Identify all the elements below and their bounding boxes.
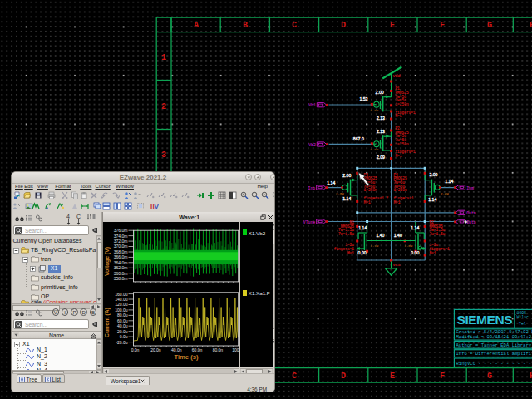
svg-text:0.0u: 0.0u [119,334,127,339]
svg-text:1.14: 1.14 [342,196,351,201]
svg-text:M=1: M=1 [429,251,436,255]
svg-text:Vb2: Vb2 [308,143,316,147]
svg-text:140.0u: 140.0u [115,296,128,301]
svg-text:0.0n: 0.0n [131,347,139,352]
svg-text:SIEMENS: SIEMENS [457,313,513,327]
svg-text:Wilsc: Wilsc [517,315,530,319]
svg-text:366.0m: 366.0m [113,254,127,259]
svg-text:1.1w: 1.1w [370,109,378,112]
svg-text:D: D [341,21,346,30]
svg-text:1.14: 1.14 [428,197,436,202]
svg-text:120.0u: 120.0u [115,302,128,307]
svg-text:1.40: 1.40 [376,233,384,238]
svg-text:80.0u: 80.0u [116,313,127,318]
svg-text:80.0n: 80.0n [212,347,223,352]
svg-text:376.0m: 376.0m [113,228,127,233]
svg-text:Inm: Inm [466,186,474,190]
svg-text:Info = Differential amplifi: Info = Differential amplifi [456,351,532,357]
svg-text:M=1: M=1 [395,114,401,118]
svg-text:1=250n: 1=250n [393,188,407,192]
svg-text:2.9w: 2.9w [441,192,449,195]
svg-text:2.00: 2.00 [342,173,351,178]
svg-text:G: G [487,372,492,381]
svg-text:Time (s): Time (s) [174,353,198,361]
svg-text:40.0u: 40.0u [116,323,127,328]
svg-text:374.0m: 374.0m [113,233,127,238]
svg-text:360.0m: 360.0m [113,270,127,275]
svg-text:F: F [440,21,445,30]
svg-text:E: E [390,372,395,381]
svg-text:M=1: M=1 [395,154,401,158]
svg-text:Tel: Tel [519,322,526,326]
svg-text:Vb1: Vb1 [308,103,316,107]
svg-text:1=250n: 1=250n [364,188,378,192]
svg-text:60.0u: 60.0u [116,318,127,323]
svg-text:V: V [155,203,160,210]
svg-text:G: G [487,21,492,30]
svg-text:362.0m: 362.0m [113,265,127,270]
svg-text:1.1w: 1.1w [370,148,378,151]
svg-text:1.14: 1.14 [358,225,367,230]
svg-text:Outp: Outp [466,220,476,224]
svg-text:20.0u: 20.0u [116,328,127,333]
svg-text:358.0m: 358.0m [113,276,127,281]
svg-text:-20.0u: -20.0u [116,339,127,344]
svg-text:7w=1.5u: 7w=1.5u [429,232,445,236]
svg-text:1=250n: 1=250n [395,102,409,106]
svg-text:0.00: 0.00 [411,250,419,255]
svg-text:2.00: 2.00 [429,172,437,177]
svg-text:60.0n: 60.0n [191,347,202,352]
svg-text:RingVCO - - - - - - - - - -: RingVCO - - - - - - - - - - [456,361,532,367]
svg-text:372.0m: 372.0m [113,239,127,244]
svg-text:F: F [440,372,445,381]
svg-text:368.0m: 368.0m [113,249,127,254]
svg-text:100.0n: 100.0n [232,347,239,352]
svg-text:1.14: 1.14 [411,225,419,230]
svg-text:2.00: 2.00 [376,90,384,95]
svg-text:370.0m: 370.0m [113,244,127,249]
svg-text:A: A [194,21,199,30]
svg-text:Modified = 03/15/21 09:47:2: Modified = 03/15/21 09:47:2 [456,334,532,340]
svg-text:VTune: VTune [303,220,316,224]
svg-text:Outm: Outm [466,211,476,215]
svg-text:C: C [292,372,297,381]
svg-text:1=250n: 1=250n [395,142,409,146]
svg-text:2.09: 2.09 [377,155,385,160]
svg-text:160.0u: 160.0u [115,291,128,296]
svg-text:B: B [243,21,248,30]
svg-text:2.3w: 2.3w [336,192,344,195]
svg-text:364.0m: 364.0m [113,259,127,264]
svg-text:3: 3 [161,150,166,160]
svg-text:Inp: Inp [308,186,316,190]
svg-text:2.13: 2.13 [377,129,385,134]
svg-text:vss: vss [393,263,401,268]
svg-text:C: C [292,21,297,30]
svg-text:M=1: M=1 [393,200,400,204]
svg-text:20.0n: 20.0n [150,347,161,352]
svg-text:M=1: M=1 [347,251,354,255]
svg-text:2: 2 [161,102,166,111]
svg-text:2.1w: 2.1w [371,244,379,248]
svg-text:2.13: 2.13 [377,116,385,121]
svg-text:1.53: 1.53 [359,96,367,101]
svg-text:7w=1.5u: 7w=1.5u [338,232,354,236]
svg-text:1.14: 1.14 [327,180,335,185]
svg-text:2.6w: 2.6w [405,244,413,248]
svg-text:1.14: 1.14 [445,179,453,184]
svg-text:E: E [390,21,395,30]
svg-text:vdd: vdd [393,74,401,79]
svg-text:8005: 8005 [517,311,527,315]
svg-text:40.0n: 40.0n [170,347,181,352]
svg-text:867.0: 867.0 [353,136,364,141]
svg-text:100.0u: 100.0u [115,307,128,312]
svg-text:Voltage (V): Voltage (V) [103,247,110,276]
svg-text:M=1: M=1 [364,200,371,204]
svg-text:1: 1 [161,53,166,62]
svg-text:1.40: 1.40 [394,233,402,238]
svg-text:D: D [341,372,346,381]
svg-text:0.00: 0.00 [358,250,367,255]
svg-text:Current (A): Current (A) [103,308,110,337]
svg-text:Author = Tanner EDA Library: Author = Tanner EDA Library [456,342,532,348]
